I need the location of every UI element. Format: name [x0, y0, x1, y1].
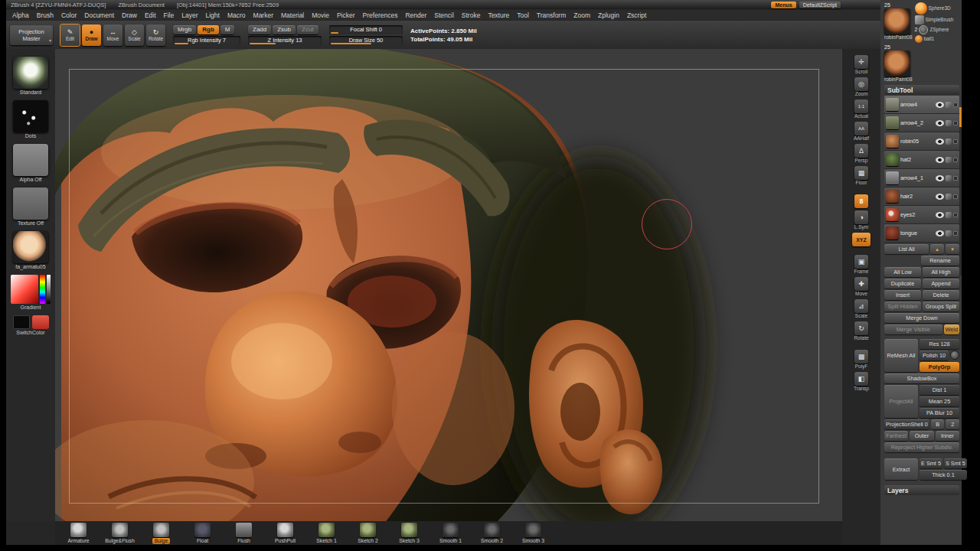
subtool-row[interactable]: arrow4_2 — [884, 114, 959, 132]
brush-bulge[interactable]: Bulge — [141, 522, 181, 544]
insert-button[interactable]: Insert — [884, 290, 921, 300]
subtool-scrollbar-thumb[interactable] — [959, 107, 962, 127]
brush-smooth-3[interactable]: Smooth 3 — [513, 522, 554, 544]
polish-slider[interactable]: Polish 10 — [920, 350, 949, 360]
layers-header[interactable]: Layers — [884, 485, 959, 495]
subtool-row[interactable]: hat2 — [884, 151, 959, 169]
paint-icon[interactable] — [946, 102, 952, 108]
eye-icon[interactable] — [936, 175, 944, 181]
mask-icon[interactable] — [953, 121, 958, 126]
all-high-button[interactable]: All High — [923, 267, 959, 277]
menu-zplugin[interactable]: Zplugin — [598, 11, 619, 19]
menu-stroke[interactable]: Stroke — [462, 11, 481, 19]
brush-pushpull[interactable]: PushPull — [265, 522, 305, 544]
paint-icon[interactable] — [946, 230, 952, 236]
menu-draw[interactable]: Draw — [122, 11, 137, 19]
frame-tool[interactable]: ▣ Frame — [854, 255, 869, 275]
projection-master-button[interactable]: Projection Master ▾ — [10, 25, 53, 45]
shell-b-button[interactable]: B — [931, 419, 945, 429]
menu-marker[interactable]: Marker — [253, 11, 273, 19]
brush-smooth-2[interactable]: Smooth 2 — [472, 522, 512, 544]
remesh-all-button[interactable]: ReMesh All — [884, 339, 918, 372]
texture-thumbnail[interactable] — [13, 187, 48, 220]
menu-preferences[interactable]: Preferences — [363, 11, 398, 19]
subtool-row[interactable]: robin05 — [884, 132, 959, 151]
rotate-3d-tool[interactable]: ↻ Rotate — [854, 321, 868, 341]
list-all-button[interactable]: List All — [884, 244, 929, 254]
tool-zsphere[interactable]: 2 ZSphere — [915, 25, 960, 34]
color-picker-value-strip[interactable] — [47, 275, 51, 304]
paint-icon[interactable] — [946, 139, 952, 145]
menu-document[interactable]: Document — [84, 11, 114, 19]
subtool-scrollbar[interactable] — [959, 107, 962, 276]
duplicate-button[interactable]: Duplicate — [884, 279, 921, 289]
primary-color-swatch[interactable] — [32, 315, 49, 329]
tool-sphere3d[interactable]: Sphere3D — [915, 2, 960, 15]
append-button[interactable]: Append — [923, 279, 959, 289]
brush-flush[interactable]: Flush — [224, 522, 264, 544]
eye-icon[interactable] — [936, 212, 944, 218]
active-brush-indicator[interactable]: 8 — [854, 194, 868, 208]
draw-button[interactable]: ● Draw — [82, 24, 101, 46]
all-low-button[interactable]: All Low — [884, 267, 921, 277]
persp-toggle[interactable]: ∆ Persp — [854, 144, 868, 164]
subtool-row[interactable]: tongue — [884, 224, 959, 243]
polyframe-toggle[interactable]: ▩ PolyF — [854, 350, 868, 370]
extract-button[interactable]: Extract — [884, 458, 918, 480]
current-tool-thumbnail[interactable] — [884, 8, 910, 34]
local-symmetry-toggle[interactable]: ◑ L.Sym — [854, 210, 868, 230]
tool-ball1[interactable]: ball1 — [915, 35, 960, 43]
menu-material[interactable]: Material — [281, 11, 304, 19]
mask-icon[interactable] — [953, 176, 958, 181]
eye-icon[interactable] — [936, 102, 944, 108]
aahalf-tool[interactable]: AA AAHalf — [854, 122, 869, 142]
thick-slider[interactable]: Thick 0.1 — [920, 470, 967, 480]
mean-slider[interactable]: Mean 25 — [920, 396, 959, 406]
menu-tool[interactable]: Tool — [517, 11, 529, 19]
tool-simplebrush[interactable]: SimpleBrush — [915, 15, 960, 24]
rotate-button[interactable]: ↻ Rotate — [146, 24, 165, 46]
brush-smooth-1[interactable]: Smooth 1 — [430, 522, 471, 544]
subtool-down-button[interactable]: ▼ — [946, 244, 959, 254]
subtool-row[interactable]: arrow4 — [884, 96, 959, 114]
color-picker[interactable] — [11, 275, 51, 304]
stroke-thumbnail-dots[interactable] — [13, 100, 48, 132]
move-button[interactable]: ↔ Move — [103, 24, 122, 46]
merge-down-button[interactable]: Merge Down — [884, 313, 959, 323]
eye-icon[interactable] — [936, 230, 944, 236]
subtool-row[interactable]: eyes2 — [884, 206, 959, 224]
menu-transform[interactable]: Transform — [537, 11, 566, 19]
menu-macro[interactable]: Macro — [227, 11, 246, 19]
menu-edit[interactable]: Edit — [145, 11, 156, 19]
m-button[interactable]: M — [220, 25, 235, 34]
paint-icon[interactable] — [946, 212, 952, 218]
dist-slider[interactable]: Dist 1 — [920, 385, 959, 395]
mask-icon[interactable] — [953, 231, 958, 236]
focal-shift-slider[interactable]: Focal Shift 0 — [329, 25, 403, 34]
mask-icon[interactable] — [953, 103, 958, 107]
outer-toggle[interactable]: Outer — [910, 431, 933, 441]
pa-blur-slider[interactable]: PA Blur 10 — [920, 408, 959, 418]
zoom-tool[interactable]: ◎ Zoom — [854, 77, 868, 97]
polish-mode-toggle[interactable] — [950, 350, 959, 360]
menu-light[interactable]: Light — [206, 11, 220, 19]
actual-tool[interactable]: 1:1 Actual — [854, 99, 868, 119]
secondary-color-swatch[interactable] — [13, 315, 30, 329]
subtool-header[interactable]: SubTool — [884, 85, 959, 95]
inner-toggle[interactable]: Inner — [936, 431, 959, 441]
brush-sketch-1[interactable]: Sketch 1 — [306, 522, 347, 544]
brush-armature[interactable]: Armature — [58, 522, 99, 544]
res-slider[interactable]: Res 128 — [920, 339, 959, 349]
scale-button[interactable]: ◇ Scale — [125, 24, 144, 46]
rgb-intensity-slider[interactable]: Rgb Intensity 7 — [173, 36, 240, 45]
z-intensity-slider[interactable]: Z Intensity 13 — [248, 36, 322, 45]
switch-color-widget[interactable] — [13, 315, 49, 329]
menu-file[interactable]: File — [164, 11, 175, 19]
project-all-button[interactable]: ProjectAll — [884, 385, 918, 418]
eye-icon[interactable] — [936, 120, 944, 126]
menu-texture[interactable]: Texture — [488, 11, 509, 19]
menu-layer[interactable]: Layer — [181, 11, 198, 19]
mask-icon[interactable] — [953, 213, 958, 217]
menu-zoom[interactable]: Zoom — [573, 11, 590, 19]
subtool-row[interactable]: hair2 — [884, 187, 959, 206]
